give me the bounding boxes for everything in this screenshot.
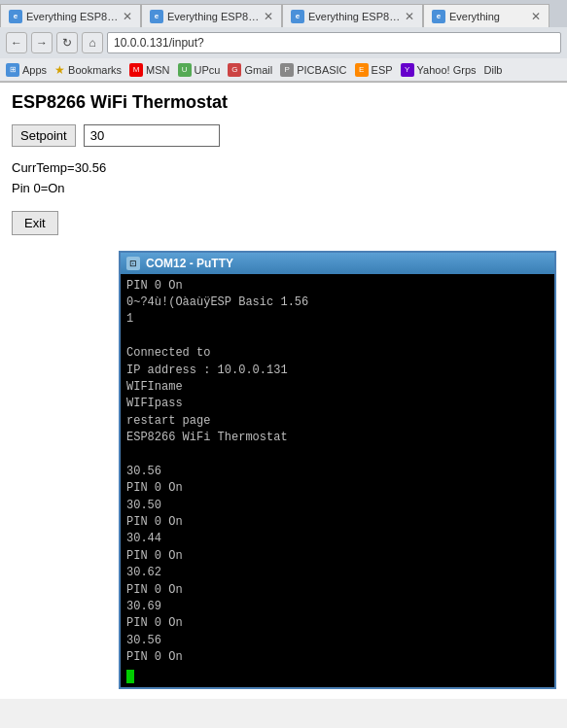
bookmark-picbasic-icon: P: [280, 63, 294, 77]
bookmark-esp-icon: E: [355, 63, 369, 77]
nav-bar: ← → ↻ ⌂: [0, 27, 567, 58]
exit-button[interactable]: Exit: [12, 211, 58, 235]
bookmark-gmail-label: Gmail: [244, 64, 272, 76]
tab-favicon-3: e: [291, 10, 304, 23]
bookmark-picbasic[interactable]: P PICBASIC: [280, 63, 346, 77]
bookmark-upcu[interactable]: U UPcu: [178, 63, 221, 77]
bookmark-upcu-icon: U: [178, 63, 192, 77]
bookmark-gmail[interactable]: G Gmail: [228, 63, 272, 77]
tab-label-3: Everything ESP8266 -: [308, 11, 401, 22]
tab-close-4[interactable]: ✕: [531, 10, 541, 23]
tab-1[interactable]: e Everything ESP8266 - ✕: [0, 4, 141, 27]
tab-label-2: Everything ESP8266 -: [167, 11, 260, 22]
bookmarks-bar: ⊞ Apps ★ Bookmarks M MSN U UPcu G Gmail …: [0, 58, 567, 82]
setpoint-input[interactable]: [84, 124, 220, 147]
bookmark-picbasic-label: PICBASIC: [297, 64, 346, 76]
tab-2[interactable]: e Everything ESP8266 - ✕: [141, 4, 282, 27]
bookmark-upcu-label: UPcu: [195, 64, 221, 76]
home-button[interactable]: ⌂: [82, 32, 103, 53]
address-input[interactable]: [107, 32, 561, 53]
bookmark-apps-label: Apps: [22, 64, 47, 76]
tab-3[interactable]: e Everything ESP8266 - ✕: [282, 4, 423, 27]
page-title: ESP8266 WiFi Thermostat: [12, 92, 555, 113]
bookmark-yahoo-icon: Y: [401, 63, 414, 77]
bookmark-yahoo[interactable]: Y Yahoo! Grps: [401, 63, 477, 77]
bookmark-star-icon: ★: [54, 63, 65, 77]
forward-button[interactable]: →: [31, 32, 53, 53]
bookmark-msn[interactable]: M MSN: [129, 63, 169, 77]
browser-chrome: e Everything ESP8266 - ✕ e Everything ES…: [0, 0, 567, 83]
setpoint-label: Setpoint: [12, 124, 76, 147]
bookmark-dilb-label: Dilb: [484, 64, 503, 76]
tab-bar: e Everything ESP8266 - ✕ e Everything ES…: [0, 0, 567, 27]
putty-icon: ⊡: [126, 257, 140, 270]
back-button[interactable]: ←: [6, 32, 27, 53]
status-text: CurrTemp=30.56 Pin 0=On: [12, 158, 555, 199]
bookmark-msn-label: MSN: [146, 64, 169, 76]
page-content: ESP8266 WiFi Thermostat Setpoint CurrTem…: [0, 83, 567, 699]
tab-favicon-2: e: [150, 10, 163, 23]
refresh-button[interactable]: ↻: [56, 32, 78, 53]
bookmark-esp-label: ESP: [372, 64, 393, 76]
putty-titlebar: ⊡ COM12 - PuTTY: [121, 253, 554, 274]
bookmark-bookmarks-label: Bookmarks: [68, 64, 122, 76]
putty-terminal[interactable]: PIN 0 On 0~?4ù!(OàaùÿESP Basic 1.56 1 Co…: [121, 274, 554, 687]
putty-cursor: [126, 670, 134, 683]
tab-favicon-1: e: [9, 10, 22, 23]
tab-4[interactable]: e Everything ✕: [423, 4, 549, 27]
bookmark-apps-icon: ⊞: [6, 63, 19, 77]
tab-favicon-4: e: [432, 10, 445, 23]
pin-status: Pin 0=On: [12, 179, 555, 199]
bookmark-msn-icon: M: [129, 63, 143, 77]
curr-temp: CurrTemp=30.56: [12, 158, 555, 179]
setpoint-row: Setpoint: [12, 124, 555, 147]
putty-window: ⊡ COM12 - PuTTY PIN 0 On 0~?4ù!(OàaùÿESP…: [119, 251, 556, 689]
bookmark-apps[interactable]: ⊞ Apps: [6, 63, 47, 77]
tab-close-3[interactable]: ✕: [405, 10, 414, 23]
tab-close-2[interactable]: ✕: [264, 10, 273, 23]
bookmark-bookmarks[interactable]: ★ Bookmarks: [54, 63, 122, 77]
bookmark-yahoo-label: Yahoo! Grps: [417, 64, 477, 76]
bookmark-dilb[interactable]: Dilb: [484, 64, 503, 76]
bookmark-gmail-icon: G: [228, 63, 241, 77]
tab-close-1[interactable]: ✕: [123, 10, 132, 23]
tab-label-4: Everything: [449, 11, 527, 22]
bookmark-esp[interactable]: E ESP: [355, 63, 393, 77]
putty-title: COM12 - PuTTY: [146, 257, 233, 270]
tab-label-1: Everything ESP8266 -: [26, 11, 119, 22]
